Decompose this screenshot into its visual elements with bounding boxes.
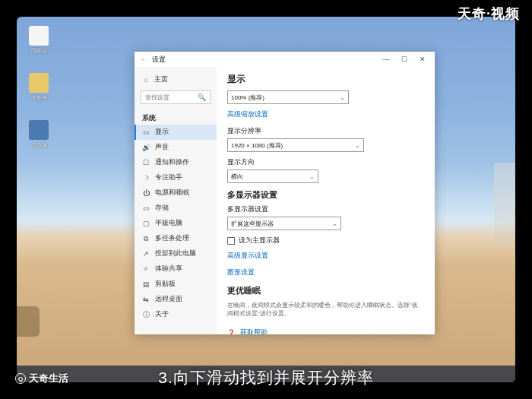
back-icon[interactable]: ←: [141, 55, 147, 63]
nav-about[interactable]: ⓘ关于: [135, 307, 217, 322]
content-panel[interactable]: 显示 100% (推荐)⌄ 高级缩放设置 显示分辨率 1920 × 1080 (…: [217, 67, 435, 334]
brand-logo-icon: Q: [15, 373, 26, 384]
brand-top-right: 天奇·视频: [458, 5, 520, 23]
category-label: 系统: [135, 110, 217, 125]
advanced-display-link[interactable]: 高级显示设置: [227, 252, 421, 261]
home-icon: ⌂: [142, 76, 150, 84]
storage-icon: ▭: [142, 204, 150, 212]
chevron-down-icon: ⌄: [332, 220, 337, 227]
sleep-heading: 更优睡眠: [227, 285, 421, 296]
advanced-scaling-link[interactable]: 高级缩放设置: [227, 110, 421, 119]
video-caption: 3.向下滑动找到并展开分辨率: [158, 367, 374, 388]
resolution-label: 显示分辨率: [227, 127, 421, 136]
orientation-select[interactable]: 横向⌄: [227, 169, 318, 183]
power-icon: ⏻: [142, 189, 150, 197]
multi-display-heading: 多显示器设置: [227, 189, 421, 201]
nav-notifications[interactable]: ☐通知和操作: [135, 155, 217, 170]
nav-multitask[interactable]: ⧉多任务处理: [135, 231, 217, 246]
get-help-link[interactable]: ❓ 获取帮助: [227, 328, 421, 334]
desktop-icon-folder[interactable]: 文件夹: [26, 73, 52, 102]
graphics-settings-link[interactable]: 图形设置: [227, 268, 421, 277]
minimize-button[interactable]: —: [377, 52, 395, 67]
tablet-icon: ▢: [142, 220, 150, 227]
nav-remote[interactable]: ⇆远程桌面: [135, 292, 217, 307]
monitor-icon: ▭: [142, 128, 150, 136]
maximize-button[interactable]: ☐: [395, 52, 413, 67]
resolution-select[interactable]: 1920 × 1080 (推荐)⌄: [227, 138, 364, 152]
sound-icon: 🔊: [142, 144, 150, 151]
window-title: 设置: [152, 55, 166, 65]
nav-project[interactable]: ↗投影到此电脑: [135, 246, 217, 261]
tablet-frame: 回收站 文件夹 此电脑 ← 设置 — ☐ ✕ ⌂: [8, 8, 524, 391]
scale-select[interactable]: 100% (推荐)⌄: [227, 90, 349, 104]
remote-icon: ⇆: [142, 296, 150, 303]
orientation-label: 显示方向: [227, 158, 421, 167]
settings-window: ← 设置 — ☐ ✕ ⌂ 主页 查找设置 🔍: [135, 52, 435, 334]
brand-bottom-left: Q 天奇生活: [15, 372, 68, 385]
main-display-checkbox[interactable]: 设为主显示器: [227, 236, 421, 245]
home-button[interactable]: ⌂ 主页: [135, 71, 217, 87]
sidebar: ⌂ 主页 查找设置 🔍 系统 ▭显示 🔊声音 ☐通知和操作 ☽专注助手 ⏻电源和…: [135, 67, 217, 334]
titlebar[interactable]: ← 设置 — ☐ ✕: [135, 52, 435, 67]
chevron-down-icon: ⌄: [340, 94, 345, 101]
page-heading: 显示: [227, 73, 421, 86]
prop-plant: [17, 306, 40, 337]
nav-focus[interactable]: ☽专注助手: [135, 170, 217, 185]
bell-icon: ☐: [142, 159, 150, 166]
checkbox-icon: [227, 237, 235, 245]
nav-clipboard[interactable]: ▤剪贴板: [135, 277, 217, 292]
clipboard-icon: ▤: [142, 280, 150, 288]
nav-tablet[interactable]: ▢平板电脑: [135, 216, 217, 231]
search-icon: 🔍: [198, 93, 206, 101]
multitask-icon: ⧉: [142, 235, 150, 242]
prop-book: [494, 163, 515, 246]
search-input[interactable]: 查找设置 🔍: [141, 90, 211, 104]
moon-icon: ☽: [142, 174, 150, 182]
nav-power[interactable]: ⏻电源和睡眠: [135, 185, 217, 201]
sleep-description: 在晚间，夜间模式会显示较柔和的暖色，帮助你进入睡眠状态。选择"夜间模式设置"进行…: [227, 301, 421, 318]
nav-shared[interactable]: ✧体验共享: [135, 261, 217, 277]
screen: 回收站 文件夹 此电脑 ← 设置 — ☐ ✕ ⌂: [17, 17, 515, 382]
project-icon: ↗: [142, 250, 150, 258]
nav-sound[interactable]: 🔊声音: [135, 140, 217, 155]
help-icon: ❓: [227, 329, 236, 334]
desktop-icon-thispc[interactable]: 此电脑: [26, 120, 52, 149]
nav-storage[interactable]: ▭存储: [135, 201, 217, 216]
share-icon: ✧: [142, 265, 150, 273]
multi-display-select[interactable]: 扩展这些显示器⌄: [227, 217, 341, 230]
desktop-icon-recycle[interactable]: 回收站: [26, 26, 52, 55]
nav-display[interactable]: ▭显示: [135, 125, 217, 140]
chevron-down-icon: ⌄: [309, 173, 315, 180]
chevron-down-icon: ⌄: [355, 142, 360, 149]
multi-display-label: 多显示器设置: [227, 205, 421, 214]
close-button[interactable]: ✕: [413, 52, 432, 67]
info-icon: ⓘ: [142, 311, 150, 318]
